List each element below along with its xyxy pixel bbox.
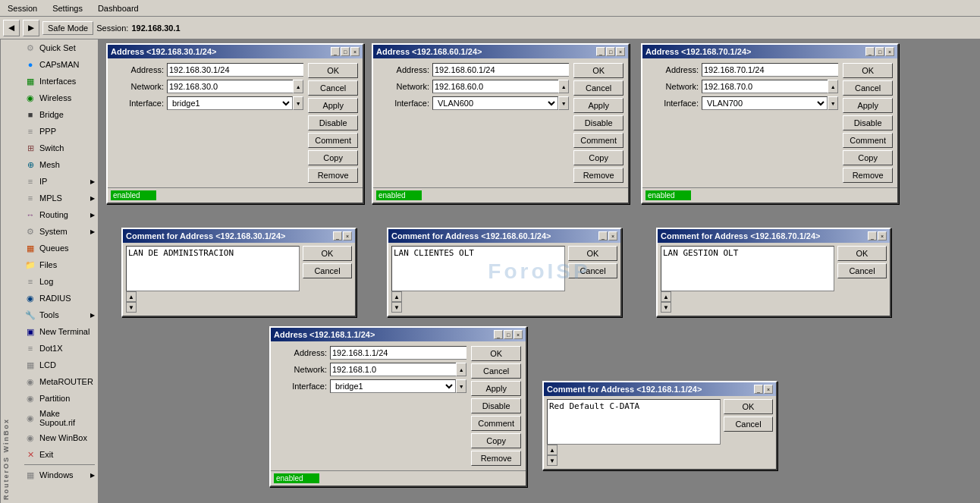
win-minimize-comment-60[interactable]: _: [598, 231, 608, 240]
menu-dashboard[interactable]: Dashboard: [93, 2, 143, 14]
disable-btn-addr-70[interactable]: Disable: [843, 115, 893, 130]
win-close-addr-60[interactable]: ×: [616, 47, 625, 56]
interface-select-1[interactable]: bridge1: [330, 379, 456, 393]
sidebar-item-wireless[interactable]: ◉ Wireless: [21, 90, 98, 106]
comment-textarea-1[interactable]: Red Default C-DATA: [547, 399, 721, 445]
sidebar-item-routing[interactable]: ↔ Routing ▶: [21, 206, 98, 223]
sidebar-item-queues[interactable]: ▦ Queues: [21, 240, 98, 256]
interface-arrow-btn-30[interactable]: ▼: [293, 96, 303, 110]
disable-btn-addr-60[interactable]: Disable: [573, 115, 623, 130]
cancel-btn-addr-30[interactable]: Cancel: [308, 80, 358, 96]
comment-textarea-30[interactable]: LAN DE ADMINISTRACION: [126, 246, 300, 291]
sidebar-item-new-terminal[interactable]: ▣ New Terminal: [21, 323, 98, 340]
sidebar-item-dot1x[interactable]: ≡ Dot1X: [21, 340, 98, 357]
win-minimize-addr-1[interactable]: _: [494, 330, 503, 339]
sidebar-item-ip[interactable]: ≡ IP ▶: [21, 173, 98, 190]
ok-btn-addr-60[interactable]: OK: [573, 63, 623, 78]
win-maximize-addr-30[interactable]: □: [341, 47, 350, 56]
win-close-addr-30[interactable]: ×: [350, 47, 360, 56]
apply-btn-addr-1[interactable]: Apply: [471, 381, 521, 396]
apply-btn-addr-70[interactable]: Apply: [843, 98, 893, 113]
comment-textarea-70[interactable]: LAN GESTION OLT: [661, 246, 834, 291]
comment-btn-addr-70[interactable]: Comment: [843, 133, 893, 148]
win-close-addr-70[interactable]: ×: [885, 47, 894, 56]
win-titlebar-addr-70[interactable]: Address <192.168.70.1/24> _ □ ×: [642, 45, 897, 58]
win-close-comment-1[interactable]: ×: [764, 385, 773, 394]
network-arrow-btn-60[interactable]: ▲: [558, 80, 569, 93]
textarea-scroll-up-1[interactable]: ▲: [547, 445, 558, 455]
back-button[interactable]: ◄: [3, 20, 20, 36]
ok-btn-addr-70[interactable]: OK: [843, 63, 893, 78]
win-minimize-comment-70[interactable]: _: [868, 231, 877, 240]
textarea-scroll-up-70[interactable]: ▲: [661, 291, 671, 302]
network-input-70[interactable]: [702, 80, 828, 93]
comment-textarea-60[interactable]: LAN CLIENTES OLT: [391, 246, 565, 291]
interface-select-70[interactable]: VLAN700: [702, 96, 828, 110]
win-close-comment-70[interactable]: ×: [878, 231, 887, 240]
win-close-comment-60[interactable]: ×: [608, 231, 617, 240]
disable-btn-addr-1[interactable]: Disable: [471, 398, 521, 413]
menu-settings[interactable]: Settings: [48, 2, 87, 14]
forward-button[interactable]: ►: [23, 20, 39, 36]
win-close-comment-30[interactable]: ×: [343, 231, 352, 240]
textarea-scroll-up-60[interactable]: ▲: [391, 291, 402, 302]
sidebar-item-mpls[interactable]: ≡ MPLS ▶: [21, 190, 98, 206]
sidebar-item-new-winbox[interactable]: ◉ New WinBox: [21, 429, 98, 446]
sidebar-item-quick-set[interactable]: ⚙ Quick Set: [21, 39, 98, 56]
win-titlebar-comment-60[interactable]: Comment for Address <192.168.60.1/24> _ …: [388, 229, 620, 243]
sidebar-item-switch[interactable]: ⊞ Switch: [21, 140, 98, 156]
win-titlebar-addr-1[interactable]: Address <192.168.1.1/24> _ □ ×: [271, 328, 526, 341]
ok-btn-comment-1[interactable]: OK: [724, 399, 773, 414]
win-minimize-comment-30[interactable]: _: [333, 231, 342, 240]
ok-btn-addr-30[interactable]: OK: [308, 63, 358, 78]
textarea-scroll-down-70[interactable]: ▼: [661, 302, 671, 313]
ok-btn-comment-70[interactable]: OK: [837, 246, 887, 261]
ok-btn-comment-30[interactable]: OK: [303, 246, 352, 261]
cancel-btn-addr-70[interactable]: Cancel: [843, 80, 893, 96]
apply-btn-addr-60[interactable]: Apply: [573, 98, 623, 113]
textarea-scroll-down-60[interactable]: ▼: [391, 302, 402, 313]
win-titlebar-comment-70[interactable]: Comment for Address <192.168.70.1/24> _ …: [658, 229, 890, 243]
address-input-70[interactable]: [702, 63, 838, 77]
apply-btn-addr-30[interactable]: Apply: [308, 98, 358, 113]
network-arrow-btn-30[interactable]: ▲: [293, 80, 303, 93]
copy-btn-addr-60[interactable]: Copy: [573, 150, 623, 165]
sidebar-item-files[interactable]: 📁 Files: [21, 256, 98, 273]
address-input-60[interactable]: [432, 63, 569, 77]
cancel-btn-comment-70[interactable]: Cancel: [837, 263, 887, 278]
cancel-btn-addr-1[interactable]: Cancel: [471, 363, 521, 379]
sidebar-item-make-supout[interactable]: ◉ Make Supout.rif: [21, 407, 98, 429]
sidebar-item-system[interactable]: ⚙ System ▶: [21, 223, 98, 240]
interface-arrow-btn-60[interactable]: ▼: [558, 96, 569, 110]
win-minimize-addr-70[interactable]: _: [865, 47, 875, 56]
win-titlebar-comment-1[interactable]: Comment for Address <192.168.1.1/24> _ ×: [544, 382, 776, 396]
win-titlebar-addr-30[interactable]: Address <192.168.30.1/24> _ □ ×: [108, 45, 363, 58]
network-input-30[interactable]: [167, 80, 293, 93]
textarea-scroll-down-30[interactable]: ▼: [126, 302, 137, 313]
address-input-1[interactable]: [330, 346, 466, 360]
win-maximize-addr-60[interactable]: □: [606, 47, 615, 56]
win-close-addr-1[interactable]: ×: [514, 330, 523, 339]
address-input-30[interactable]: [167, 63, 303, 77]
disable-btn-addr-30[interactable]: Disable: [308, 115, 358, 130]
interface-select-30[interactable]: bridge1: [167, 96, 293, 110]
win-titlebar-comment-30[interactable]: Comment for Address <192.168.30.1/24> _ …: [123, 229, 355, 243]
sidebar-item-ppp[interactable]: ≡ PPP: [21, 123, 98, 140]
copy-btn-addr-70[interactable]: Copy: [843, 150, 893, 165]
remove-btn-addr-1[interactable]: Remove: [471, 451, 521, 466]
sidebar-item-capsman[interactable]: ● CAPsMAN: [21, 56, 98, 73]
win-minimize-comment-1[interactable]: _: [754, 385, 763, 394]
win-maximize-addr-70[interactable]: □: [875, 47, 884, 56]
win-titlebar-addr-60[interactable]: Address <192.168.60.1/24> _ □ ×: [373, 45, 628, 58]
remove-btn-addr-30[interactable]: Remove: [308, 168, 358, 183]
sidebar-item-lcd[interactable]: ▦ LCD: [21, 357, 98, 373]
sidebar-item-windows[interactable]: ▦ Windows ▶: [21, 467, 98, 483]
sidebar-item-metarouter[interactable]: ◉ MetaROUTER: [21, 373, 98, 390]
comment-btn-addr-30[interactable]: Comment: [308, 133, 358, 148]
remove-btn-addr-70[interactable]: Remove: [843, 168, 893, 183]
interface-arrow-btn-70[interactable]: ▼: [828, 96, 838, 110]
win-minimize-addr-60[interactable]: _: [596, 47, 605, 56]
cancel-btn-comment-30[interactable]: Cancel: [303, 263, 352, 278]
sidebar-item-mesh[interactable]: ⊕ Mesh: [21, 156, 98, 173]
interface-select-60[interactable]: VLAN600: [432, 96, 558, 110]
